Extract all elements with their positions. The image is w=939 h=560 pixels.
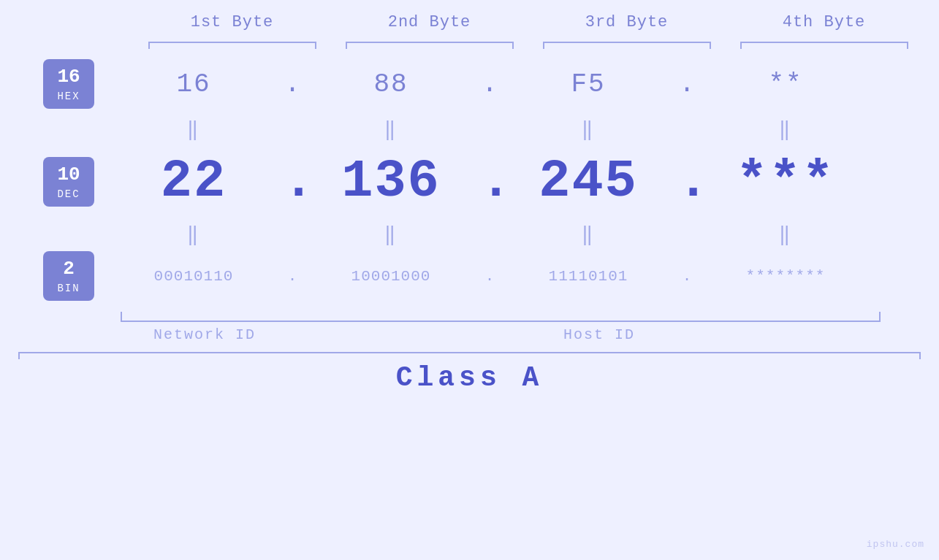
bin-dot3: .: [676, 268, 698, 285]
eq2-b1: ‖: [106, 223, 281, 246]
class-section: [18, 352, 921, 353]
badges-column: 16 HEX 10 DEC 2 BIN: [0, 55, 106, 302]
byte-headers: 1st Byte 2nd Byte 3rd Byte 4th Byte: [0, 0, 939, 31]
eq1-b4: ‖: [698, 118, 873, 141]
main-container: 1st Byte 2nd Byte 3rd Byte 4th Byte: [0, 0, 939, 560]
dec-b1: 22: [106, 152, 281, 212]
hex-dot3: .: [676, 69, 698, 99]
eq1-b2: ‖: [303, 118, 479, 141]
byte3-header: 3rd Byte: [528, 13, 726, 31]
bottom-brackets: [106, 304, 939, 322]
host-bracket: [303, 304, 895, 322]
hex-data-row: 16 . 88 . F5 . **: [106, 55, 939, 113]
host-id-label: Host ID: [303, 326, 895, 343]
hex-b2: 88: [303, 69, 479, 99]
hex-dot2: .: [479, 69, 501, 99]
byte1-header: 1st Byte: [134, 13, 331, 31]
bin-b1: 00010110: [106, 268, 281, 285]
hex-b4: **: [698, 69, 873, 99]
byte2-header: 2nd Byte: [331, 13, 528, 31]
top-brackets: [0, 34, 939, 49]
bin-dot1: .: [281, 268, 303, 285]
dec-badge-row: 10 DEC: [43, 145, 94, 218]
bin-b4: ********: [698, 268, 873, 285]
bin-badge-row: 2 BIN: [43, 250, 94, 302]
dec-dot1: .: [281, 156, 303, 208]
bracket-byte1: [134, 34, 331, 49]
bracket-byte4: [726, 34, 923, 49]
eq2-b2: ‖: [303, 223, 479, 246]
values-column: 16 . 88 . F5 . **: [106, 55, 939, 343]
hex-badge-row: 16 HEX: [43, 55, 94, 113]
bin-b3: 11110101: [501, 268, 676, 285]
bin-badge: 2 BIN: [43, 251, 94, 301]
eq2-b4: ‖: [698, 223, 873, 246]
eq1-b3: ‖: [501, 118, 676, 141]
bracket-byte3: [528, 34, 726, 49]
network-id-label: Network ID: [106, 326, 303, 343]
dec-b2: 136: [303, 152, 479, 212]
bracket-byte2: [331, 34, 528, 49]
class-label: Class A: [396, 362, 544, 394]
main-data-area: 16 HEX 10 DEC 2 BIN: [0, 55, 939, 343]
bin-data-row: 00010110 . 10001000 . 11110101 .: [106, 250, 939, 302]
net-bracket: [106, 304, 303, 322]
eq2-b3: ‖: [501, 223, 676, 246]
dec-b4: ***: [698, 152, 873, 212]
bin-b2: 10001000: [303, 268, 479, 285]
class-line: [18, 352, 921, 353]
dec-dot3: .: [676, 156, 698, 208]
bin-dot2: .: [479, 268, 501, 285]
watermark: ipshu.com: [867, 539, 924, 550]
dec-dot2: .: [479, 156, 501, 208]
byte4-header: 4th Byte: [726, 13, 923, 31]
dec-badge: 10 DEC: [43, 157, 94, 207]
eq-row-1: ‖ ‖ ‖ ‖: [106, 113, 939, 145]
eq-row-2: ‖ ‖ ‖ ‖: [106, 218, 939, 250]
hex-b1: 16: [106, 69, 281, 99]
hex-b3: F5: [501, 69, 676, 99]
dec-b3: 245: [501, 152, 676, 212]
eq1-b1: ‖: [106, 118, 281, 141]
hex-badge: 16 HEX: [43, 59, 94, 109]
hex-dot1: .: [281, 69, 303, 99]
id-labels-row: Network ID Host ID: [106, 326, 939, 343]
dec-data-row: 22 . 136 . 245 . ***: [106, 145, 939, 218]
